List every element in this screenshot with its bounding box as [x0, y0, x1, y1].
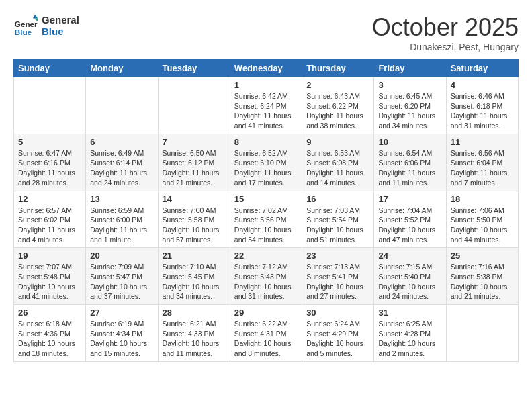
day-info: Sunrise: 7:09 AMSunset: 5:47 PMDaylight:…: [90, 262, 153, 302]
day-info: Sunrise: 7:15 AMSunset: 5:40 PMDaylight:…: [378, 262, 441, 302]
calendar-cell: 4Sunrise: 6:46 AMSunset: 6:18 PMDaylight…: [446, 77, 518, 134]
calendar-cell: 22Sunrise: 7:12 AMSunset: 5:43 PMDayligh…: [230, 248, 302, 305]
day-number: 26: [18, 308, 81, 318]
day-info: Sunrise: 6:42 AMSunset: 6:24 PMDaylight:…: [234, 91, 298, 131]
calendar-cell: 8Sunrise: 6:52 AMSunset: 6:10 PMDaylight…: [230, 134, 302, 191]
weekday-header-sunday: Sunday: [14, 60, 86, 77]
calendar-cell: [158, 77, 230, 134]
calendar-week-2: 5Sunrise: 6:47 AMSunset: 6:16 PMDaylight…: [14, 134, 519, 191]
weekday-header-saturday: Saturday: [446, 60, 518, 77]
day-number: 15: [234, 194, 298, 204]
calendar-cell: 19Sunrise: 7:07 AMSunset: 5:48 PMDayligh…: [14, 248, 86, 305]
calendar-cell: 11Sunrise: 6:56 AMSunset: 6:04 PMDayligh…: [446, 134, 518, 191]
day-info: Sunrise: 6:53 AMSunset: 6:08 PMDaylight:…: [306, 148, 369, 188]
day-info: Sunrise: 7:04 AMSunset: 5:52 PMDaylight:…: [378, 205, 441, 245]
calendar-cell: 3Sunrise: 6:45 AMSunset: 6:20 PMDaylight…: [374, 77, 446, 134]
calendar-cell: 18Sunrise: 7:06 AMSunset: 5:50 PMDayligh…: [446, 191, 518, 248]
logo: General Blue General Blue: [13, 13, 79, 38]
weekday-header-row: SundayMondayTuesdayWednesdayThursdayFrid…: [14, 60, 519, 77]
calendar-week-1: 1Sunrise: 6:42 AMSunset: 6:24 PMDaylight…: [14, 77, 519, 134]
day-info: Sunrise: 6:43 AMSunset: 6:22 PMDaylight:…: [306, 91, 369, 131]
day-number: 19: [18, 250, 81, 261]
weekday-header-monday: Monday: [86, 60, 158, 77]
day-number: 4: [451, 80, 514, 90]
calendar-cell: [14, 77, 86, 134]
day-number: 20: [90, 250, 153, 261]
month-title: October 2025: [372, 13, 519, 42]
day-info: Sunrise: 7:10 AMSunset: 5:45 PMDaylight:…: [163, 262, 226, 302]
svg-marker-2: [33, 15, 38, 18]
calendar-week-4: 19Sunrise: 7:07 AMSunset: 5:48 PMDayligh…: [14, 248, 519, 305]
calendar-cell: [86, 77, 158, 134]
day-number: 21: [163, 250, 226, 261]
calendar-table: SundayMondayTuesdayWednesdayThursdayFrid…: [13, 59, 519, 362]
calendar-cell: 26Sunrise: 6:18 AMSunset: 4:36 PMDayligh…: [14, 305, 86, 362]
calendar-cell: 14Sunrise: 7:00 AMSunset: 5:58 PMDayligh…: [158, 191, 230, 248]
logo-icon: General Blue: [13, 13, 38, 38]
day-number: 27: [90, 308, 153, 318]
day-info: Sunrise: 6:57 AMSunset: 6:02 PMDaylight:…: [18, 205, 81, 245]
location: Dunakeszi, Pest, Hungary: [372, 42, 519, 52]
calendar-cell: 21Sunrise: 7:10 AMSunset: 5:45 PMDayligh…: [158, 248, 230, 305]
day-number: 10: [378, 137, 441, 147]
calendar-cell: 24Sunrise: 7:15 AMSunset: 5:40 PMDayligh…: [374, 248, 446, 305]
calendar-week-5: 26Sunrise: 6:18 AMSunset: 4:36 PMDayligh…: [14, 305, 519, 362]
title-block: October 2025 Dunakeszi, Pest, Hungary: [372, 13, 519, 52]
day-number: 28: [163, 308, 226, 318]
calendar-cell: 6Sunrise: 6:49 AMSunset: 6:14 PMDaylight…: [86, 134, 158, 191]
calendar-cell: 27Sunrise: 6:19 AMSunset: 4:34 PMDayligh…: [86, 305, 158, 362]
weekday-header-thursday: Thursday: [302, 60, 374, 77]
calendar-cell: 30Sunrise: 6:24 AMSunset: 4:29 PMDayligh…: [302, 305, 374, 362]
day-info: Sunrise: 6:59 AMSunset: 6:00 PMDaylight:…: [90, 205, 153, 245]
calendar-cell: 23Sunrise: 7:13 AMSunset: 5:41 PMDayligh…: [302, 248, 374, 305]
day-info: Sunrise: 6:21 AMSunset: 4:33 PMDaylight:…: [163, 319, 226, 359]
day-info: Sunrise: 7:00 AMSunset: 5:58 PMDaylight:…: [163, 205, 226, 245]
calendar-cell: 15Sunrise: 7:02 AMSunset: 5:56 PMDayligh…: [230, 191, 302, 248]
day-info: Sunrise: 6:47 AMSunset: 6:16 PMDaylight:…: [18, 148, 81, 188]
calendar-cell: 13Sunrise: 6:59 AMSunset: 6:00 PMDayligh…: [86, 191, 158, 248]
day-number: 29: [234, 308, 298, 318]
calendar-cell: 25Sunrise: 7:16 AMSunset: 5:38 PMDayligh…: [446, 248, 518, 305]
day-number: 5: [18, 137, 81, 147]
day-number: 16: [306, 194, 369, 204]
day-info: Sunrise: 6:50 AMSunset: 6:12 PMDaylight:…: [163, 148, 226, 188]
calendar-cell: 28Sunrise: 6:21 AMSunset: 4:33 PMDayligh…: [158, 305, 230, 362]
day-number: 22: [234, 250, 298, 261]
day-number: 8: [234, 137, 298, 147]
day-info: Sunrise: 6:49 AMSunset: 6:14 PMDaylight:…: [90, 148, 153, 188]
day-number: 7: [163, 137, 226, 147]
calendar-cell: 31Sunrise: 6:25 AMSunset: 4:28 PMDayligh…: [374, 305, 446, 362]
day-info: Sunrise: 7:03 AMSunset: 5:54 PMDaylight:…: [306, 205, 369, 245]
day-info: Sunrise: 6:22 AMSunset: 4:31 PMDaylight:…: [234, 319, 298, 359]
calendar-cell: 5Sunrise: 6:47 AMSunset: 6:16 PMDaylight…: [14, 134, 86, 191]
calendar-cell: 10Sunrise: 6:54 AMSunset: 6:06 PMDayligh…: [374, 134, 446, 191]
day-info: Sunrise: 6:25 AMSunset: 4:28 PMDaylight:…: [378, 319, 441, 359]
calendar-week-3: 12Sunrise: 6:57 AMSunset: 6:02 PMDayligh…: [14, 191, 519, 248]
calendar-cell: 12Sunrise: 6:57 AMSunset: 6:02 PMDayligh…: [14, 191, 86, 248]
calendar-cell: 29Sunrise: 6:22 AMSunset: 4:31 PMDayligh…: [230, 305, 302, 362]
weekday-header-friday: Friday: [374, 60, 446, 77]
day-number: 14: [163, 194, 226, 204]
day-number: 25: [451, 250, 514, 261]
calendar-cell: 16Sunrise: 7:03 AMSunset: 5:54 PMDayligh…: [302, 191, 374, 248]
day-info: Sunrise: 6:19 AMSunset: 4:34 PMDaylight:…: [90, 319, 153, 359]
day-number: 24: [378, 250, 441, 261]
day-info: Sunrise: 7:07 AMSunset: 5:48 PMDaylight:…: [18, 262, 81, 302]
day-number: 3: [378, 80, 441, 90]
day-info: Sunrise: 7:06 AMSunset: 5:50 PMDaylight:…: [451, 205, 514, 245]
day-number: 18: [451, 194, 514, 204]
day-info: Sunrise: 7:12 AMSunset: 5:43 PMDaylight:…: [234, 262, 298, 302]
day-number: 11: [451, 137, 514, 147]
weekday-header-tuesday: Tuesday: [158, 60, 230, 77]
day-info: Sunrise: 7:16 AMSunset: 5:38 PMDaylight:…: [451, 262, 514, 302]
calendar-cell: [446, 305, 518, 362]
day-info: Sunrise: 6:56 AMSunset: 6:04 PMDaylight:…: [451, 148, 514, 188]
day-info: Sunrise: 6:24 AMSunset: 4:29 PMDaylight:…: [306, 319, 369, 359]
svg-text:Blue: Blue: [15, 28, 32, 36]
logo-blue: Blue: [42, 26, 79, 37]
day-info: Sunrise: 7:13 AMSunset: 5:41 PMDaylight:…: [306, 262, 369, 302]
calendar-cell: 2Sunrise: 6:43 AMSunset: 6:22 PMDaylight…: [302, 77, 374, 134]
calendar-cell: 1Sunrise: 6:42 AMSunset: 6:24 PMDaylight…: [230, 77, 302, 134]
day-number: 30: [306, 308, 369, 318]
day-number: 13: [90, 194, 153, 204]
